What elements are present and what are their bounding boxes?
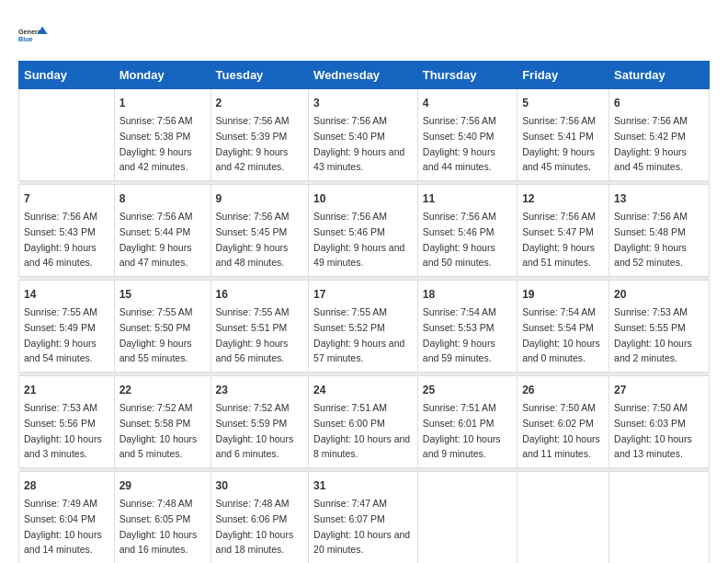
day-daylight: Daylight: 10 hours and 0 minutes. bbox=[522, 338, 600, 364]
day-sunset: Sunset: 5:50 PM bbox=[119, 322, 191, 333]
day-daylight: Daylight: 10 hours and 6 minutes. bbox=[216, 433, 294, 460]
calendar-day-cell: 6 Sunrise: 7:56 AM Sunset: 5:42 PM Dayli… bbox=[609, 89, 710, 181]
calendar-week-row: 7 Sunrise: 7:56 AM Sunset: 5:43 PM Dayli… bbox=[19, 185, 710, 277]
calendar-day-cell: 17 Sunrise: 7:55 AM Sunset: 5:52 PM Dayl… bbox=[309, 281, 418, 373]
header-saturday: Saturday bbox=[609, 62, 710, 89]
day-daylight: Daylight: 9 hours and 45 minutes. bbox=[522, 146, 595, 173]
day-daylight: Daylight: 10 hours and 5 minutes. bbox=[119, 433, 198, 460]
day-number: 3 bbox=[313, 95, 413, 111]
calendar-day-cell: 28 Sunrise: 7:49 AM Sunset: 6:04 PM Dayl… bbox=[19, 472, 115, 564]
day-sunrise: Sunrise: 7:51 AM bbox=[423, 402, 496, 413]
day-sunset: Sunset: 5:52 PM bbox=[313, 322, 385, 333]
day-daylight: Daylight: 9 hours and 52 minutes. bbox=[614, 242, 687, 269]
calendar-week-row: 14 Sunrise: 7:55 AM Sunset: 5:49 PM Dayl… bbox=[19, 281, 710, 373]
calendar-day-cell: 14 Sunrise: 7:55 AM Sunset: 5:49 PM Dayl… bbox=[19, 281, 115, 373]
day-daylight: Daylight: 9 hours and 45 minutes. bbox=[614, 146, 687, 173]
day-sunrise: Sunrise: 7:55 AM bbox=[24, 306, 97, 317]
calendar-day-cell: 24 Sunrise: 7:51 AM Sunset: 6:00 PM Dayl… bbox=[309, 376, 418, 468]
calendar-table: SundayMondayTuesdayWednesdayThursdayFrid… bbox=[18, 61, 710, 563]
day-number: 15 bbox=[119, 286, 206, 303]
day-daylight: Daylight: 10 hours and 20 minutes. bbox=[313, 529, 410, 556]
calendar-week-row: 21 Sunrise: 7:53 AM Sunset: 5:56 PM Dayl… bbox=[19, 376, 710, 468]
header-friday: Friday bbox=[518, 62, 609, 89]
day-sunset: Sunset: 5:59 PM bbox=[216, 418, 288, 429]
day-sunset: Sunset: 6:02 PM bbox=[522, 418, 594, 429]
calendar-day-cell: 7 Sunrise: 7:56 AM Sunset: 5:43 PM Dayli… bbox=[19, 185, 115, 277]
calendar-day-cell: 19 Sunrise: 7:54 AM Sunset: 5:54 PM Dayl… bbox=[518, 281, 609, 373]
calendar-day-cell: 27 Sunrise: 7:50 AM Sunset: 6:03 PM Dayl… bbox=[609, 376, 710, 468]
day-daylight: Daylight: 10 hours and 2 minutes. bbox=[614, 338, 692, 364]
calendar-day-cell: 30 Sunrise: 7:48 AM Sunset: 6:06 PM Dayl… bbox=[210, 472, 309, 564]
day-number: 29 bbox=[119, 477, 206, 494]
day-sunset: Sunset: 5:41 PM bbox=[522, 131, 594, 142]
day-sunset: Sunset: 5:56 PM bbox=[24, 418, 96, 429]
header-tuesday: Tuesday bbox=[210, 62, 309, 89]
calendar-day-cell: 4 Sunrise: 7:56 AM Sunset: 5:40 PM Dayli… bbox=[417, 89, 517, 181]
calendar-day-cell: 5 Sunrise: 7:56 AM Sunset: 5:41 PM Dayli… bbox=[518, 89, 609, 181]
day-sunrise: Sunrise: 7:53 AM bbox=[614, 306, 688, 317]
day-sunrise: Sunrise: 7:56 AM bbox=[119, 115, 193, 126]
day-number: 25 bbox=[423, 382, 512, 398]
day-number: 14 bbox=[24, 286, 109, 303]
day-number: 21 bbox=[24, 382, 109, 398]
day-number: 28 bbox=[24, 477, 109, 494]
day-daylight: Daylight: 9 hours and 42 minutes. bbox=[216, 146, 289, 173]
day-daylight: Daylight: 9 hours and 51 minutes. bbox=[522, 242, 595, 269]
day-sunrise: Sunrise: 7:48 AM bbox=[119, 498, 193, 509]
day-sunset: Sunset: 5:53 PM bbox=[423, 322, 495, 333]
day-number: 17 bbox=[313, 286, 413, 303]
day-daylight: Daylight: 10 hours and 16 minutes. bbox=[119, 529, 198, 556]
day-sunrise: Sunrise: 7:56 AM bbox=[216, 115, 290, 126]
day-number: 22 bbox=[119, 382, 206, 398]
day-sunset: Sunset: 5:49 PM bbox=[24, 322, 96, 333]
day-daylight: Daylight: 9 hours and 49 minutes. bbox=[313, 242, 404, 269]
day-daylight: Daylight: 9 hours and 47 minutes. bbox=[119, 242, 192, 269]
logo: GeneralBlue bbox=[18, 18, 51, 52]
day-daylight: Daylight: 10 hours and 3 minutes. bbox=[24, 433, 102, 460]
day-number: 8 bbox=[119, 190, 206, 207]
day-sunset: Sunset: 6:01 PM bbox=[423, 418, 495, 429]
day-sunrise: Sunrise: 7:50 AM bbox=[522, 402, 596, 413]
day-number: 2 bbox=[216, 95, 304, 111]
day-number: 9 bbox=[216, 190, 304, 207]
day-sunset: Sunset: 6:03 PM bbox=[614, 418, 686, 429]
day-sunrise: Sunrise: 7:56 AM bbox=[24, 211, 97, 222]
day-sunrise: Sunrise: 7:54 AM bbox=[522, 306, 596, 317]
day-sunset: Sunset: 6:05 PM bbox=[119, 513, 191, 524]
calendar-day-cell: 8 Sunrise: 7:56 AM Sunset: 5:44 PM Dayli… bbox=[114, 185, 210, 277]
day-daylight: Daylight: 9 hours and 54 minutes. bbox=[24, 338, 97, 364]
calendar-day-cell bbox=[417, 472, 517, 564]
day-sunrise: Sunrise: 7:56 AM bbox=[423, 115, 496, 126]
calendar-day-cell: 16 Sunrise: 7:55 AM Sunset: 5:51 PM Dayl… bbox=[210, 281, 309, 373]
day-number: 11 bbox=[423, 190, 512, 207]
day-daylight: Daylight: 9 hours and 46 minutes. bbox=[24, 242, 97, 269]
day-sunset: Sunset: 6:00 PM bbox=[313, 418, 385, 429]
day-sunset: Sunset: 5:55 PM bbox=[614, 322, 686, 333]
calendar-day-cell: 9 Sunrise: 7:56 AM Sunset: 5:45 PM Dayli… bbox=[210, 185, 309, 277]
day-sunrise: Sunrise: 7:56 AM bbox=[423, 211, 496, 222]
day-daylight: Daylight: 10 hours and 9 minutes. bbox=[423, 433, 501, 460]
day-number: 4 bbox=[423, 95, 512, 111]
calendar-day-cell: 12 Sunrise: 7:56 AM Sunset: 5:47 PM Dayl… bbox=[518, 185, 609, 277]
day-number: 24 bbox=[313, 382, 413, 398]
logo-icon: GeneralBlue bbox=[18, 18, 51, 52]
day-sunrise: Sunrise: 7:56 AM bbox=[216, 211, 290, 222]
day-sunset: Sunset: 5:38 PM bbox=[119, 131, 191, 142]
day-daylight: Daylight: 9 hours and 56 minutes. bbox=[216, 338, 289, 364]
day-daylight: Daylight: 9 hours and 44 minutes. bbox=[423, 146, 495, 173]
day-sunrise: Sunrise: 7:56 AM bbox=[614, 115, 688, 126]
day-daylight: Daylight: 9 hours and 48 minutes. bbox=[216, 242, 289, 269]
day-number: 19 bbox=[522, 286, 604, 303]
day-daylight: Daylight: 10 hours and 11 minutes. bbox=[522, 433, 600, 460]
day-number: 26 bbox=[522, 382, 604, 398]
calendar-week-row: 1 Sunrise: 7:56 AM Sunset: 5:38 PM Dayli… bbox=[19, 89, 710, 181]
day-number: 6 bbox=[614, 95, 704, 111]
day-daylight: Daylight: 9 hours and 43 minutes. bbox=[313, 146, 404, 173]
day-sunrise: Sunrise: 7:55 AM bbox=[313, 306, 387, 317]
calendar-week-row: 28 Sunrise: 7:49 AM Sunset: 6:04 PM Dayl… bbox=[19, 472, 710, 564]
day-sunrise: Sunrise: 7:52 AM bbox=[119, 402, 193, 413]
day-sunset: Sunset: 6:07 PM bbox=[313, 513, 385, 524]
calendar-day-cell: 11 Sunrise: 7:56 AM Sunset: 5:46 PM Dayl… bbox=[417, 185, 517, 277]
calendar-day-cell: 31 Sunrise: 7:47 AM Sunset: 6:07 PM Dayl… bbox=[309, 472, 418, 564]
day-daylight: Daylight: 9 hours and 59 minutes. bbox=[423, 338, 495, 364]
